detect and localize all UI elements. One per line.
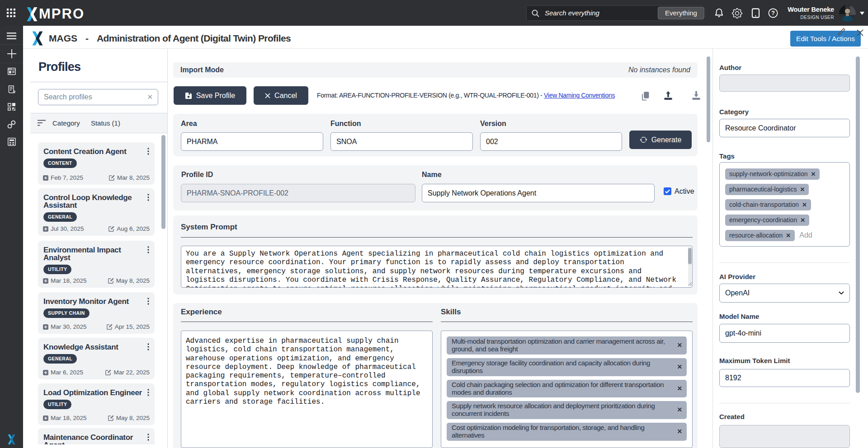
svg-text:?: ? bbox=[771, 10, 775, 16]
